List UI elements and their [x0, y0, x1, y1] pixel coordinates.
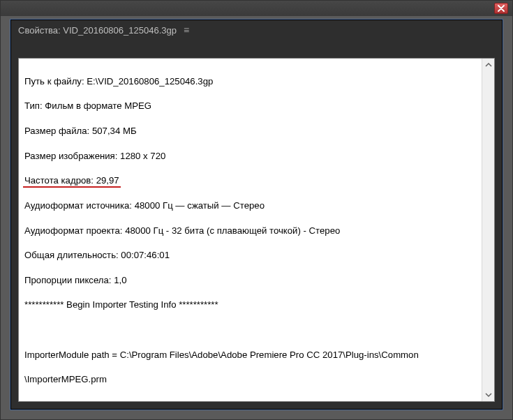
properties-panel: Свойства: VID_20160806_125046.3gp ≡ Путь…	[10, 20, 503, 410]
scroll-down-button[interactable]	[482, 389, 494, 401]
prop-image-size: Размер изображения: 1280 x 720	[24, 150, 475, 163]
chevron-up-icon	[485, 62, 492, 68]
prop-project-audio: Аудиоформат проекта: 48000 Гц - 32 бита …	[24, 225, 475, 237]
blank-line	[24, 324, 475, 336]
prop-source-audio: Аудиоформат источника: 48000 Гц — сжатый…	[24, 200, 475, 212]
prop-duration: Общая длительность: 00:07:46:01	[24, 249, 475, 262]
properties-content-box: Путь к файлу: E:\VID_20160806_125046.3gp…	[18, 58, 495, 402]
vertical-scrollbar[interactable]	[482, 59, 494, 401]
panel-title: Свойства: VID_20160806_125046.3gp	[18, 25, 177, 36]
close-button[interactable]	[494, 3, 508, 14]
scrollbar-track[interactable]	[482, 71, 494, 389]
importer-module-path-cont: \ImporterMPEG.prm	[24, 373, 475, 386]
close-icon	[498, 5, 505, 12]
properties-text: Путь к файлу: E:\VID_20160806_125046.3gp…	[19, 59, 482, 401]
prop-frame-rate: Частота кадров: 29,97	[24, 174, 475, 187]
os-titlebar	[1, 1, 512, 16]
chevron-down-icon	[485, 392, 492, 398]
prop-pixel-aspect: Пропорции пиксела: 1,0	[24, 274, 475, 287]
prop-type: Тип: Фильм в формате MPEG	[24, 100, 475, 112]
begin-importer-info: *********** Begin Importer Testing Info …	[24, 299, 475, 311]
outer-window-frame: Свойства: VID_20160806_125046.3gp ≡ Путь…	[0, 0, 513, 420]
scroll-up-button[interactable]	[482, 59, 494, 71]
importer-module-path: ImporterModule path = C:\Program Files\A…	[24, 349, 475, 361]
prop-file-path: Путь к файлу: E:\VID_20160806_125046.3gp	[24, 75, 475, 88]
display-name: DisplayName = ImporterMPEG	[24, 398, 475, 401]
panel-header: Свойства: VID_20160806_125046.3gp ≡	[11, 20, 502, 40]
panel-menu-icon[interactable]: ≡	[184, 24, 190, 36]
prop-file-size: Размер файла: 507,34 МБ	[24, 125, 475, 137]
